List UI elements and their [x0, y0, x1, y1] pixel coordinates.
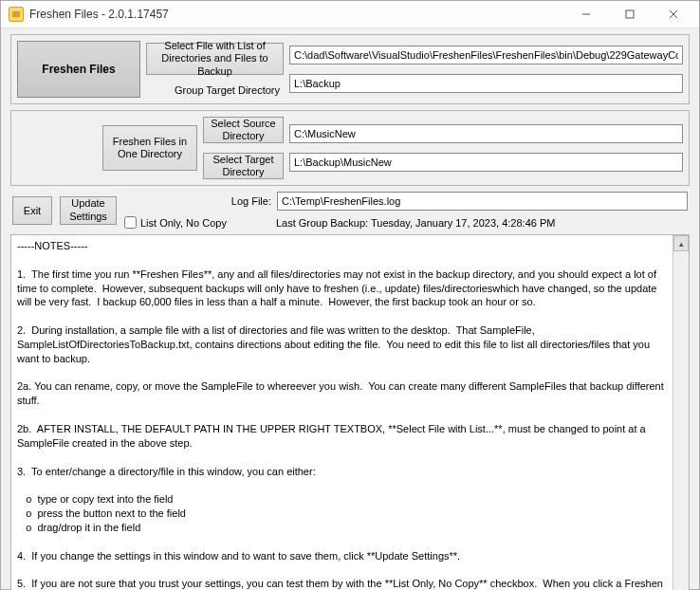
close-button[interactable] [652, 1, 695, 28]
group-backup-panel: Freshen Files Select File with List of D… [10, 34, 690, 104]
controls-row: Exit Update Settings Log File: List Only… [10, 192, 690, 229]
list-only-checkbox[interactable] [124, 216, 137, 229]
group-target-label: Group Target Directory [146, 84, 284, 96]
notes-text[interactable]: -----NOTES----- 1. The first time you ru… [11, 235, 672, 590]
freshen-one-dir-button[interactable]: Freshen Files in One Directory [102, 125, 197, 171]
notes-panel: -----NOTES----- 1. The first time you ru… [10, 234, 690, 590]
titlebar: Freshen Files - 2.0.1.17457 [1, 1, 699, 28]
select-source-dir-button[interactable]: Select Source Directory [203, 117, 284, 143]
maximize-button[interactable] [608, 1, 652, 28]
log-file-input[interactable] [277, 192, 688, 211]
file-list-path-input[interactable] [289, 46, 683, 65]
content-area: Freshen Files Select File with List of D… [1, 28, 699, 590]
target-dir-input[interactable] [289, 153, 683, 172]
last-backup-status: Last Group Backup: Tuesday, January 17, … [276, 217, 556, 229]
window-title: Freshen Files - 2.0.1.17457 [29, 8, 564, 21]
notes-scrollbar[interactable]: ▴ ▾ [672, 235, 689, 590]
freshen-files-button[interactable]: Freshen Files [17, 41, 140, 98]
minimize-button[interactable] [564, 1, 608, 28]
list-only-checkbox-wrap[interactable]: List Only, No Copy [124, 216, 227, 229]
app-window: Freshen Files - 2.0.1.17457 Freshen File… [0, 0, 700, 590]
select-file-list-button[interactable]: Select File with List of Directories and… [146, 43, 284, 75]
app-icon [9, 7, 24, 22]
single-directory-panel: Freshen Files in One Directory Select So… [10, 110, 690, 186]
exit-button[interactable]: Exit [12, 196, 52, 225]
log-file-label: Log File: [124, 195, 271, 207]
list-only-label: List Only, No Copy [140, 217, 227, 229]
source-dir-input[interactable] [289, 124, 683, 143]
window-buttons [564, 1, 695, 28]
scroll-up-button[interactable]: ▴ [673, 235, 689, 251]
group-target-dir-input[interactable] [289, 74, 683, 93]
update-settings-button[interactable]: Update Settings [60, 196, 117, 225]
svg-rect-1 [626, 10, 634, 18]
select-target-dir-button[interactable]: Select Target Directory [203, 153, 284, 179]
